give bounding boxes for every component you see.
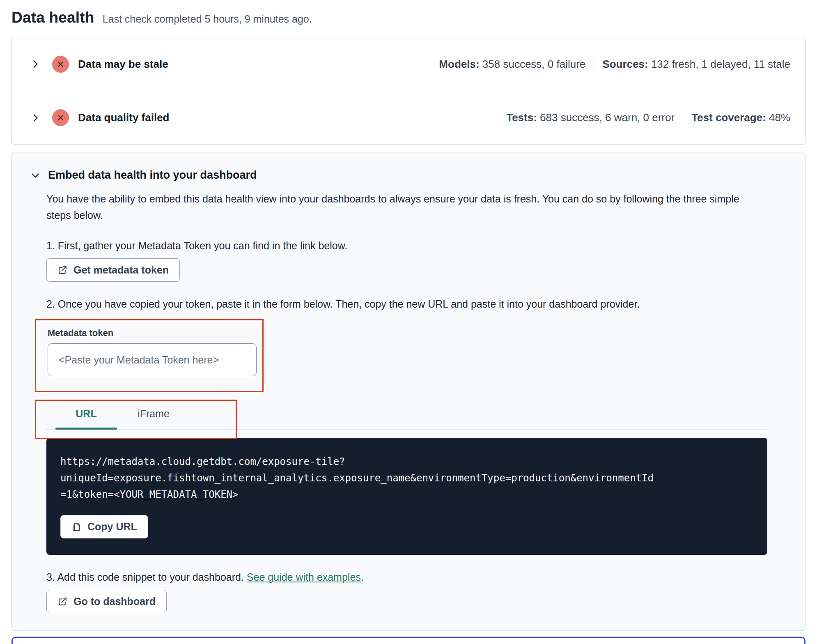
stat-divider bbox=[594, 56, 594, 72]
status-row-quality[interactable]: Data quality failed Tests: 683 success, … bbox=[12, 91, 805, 144]
page-header: Data health Last check completed 5 hours… bbox=[11, 7, 806, 37]
tests-stat: Tests: 683 success, 6 warn, 0 error bbox=[506, 111, 675, 124]
chevron-down-icon[interactable] bbox=[30, 170, 41, 181]
test-coverage-stat-label: Test coverage: bbox=[691, 111, 766, 124]
metadata-token-annotation-box: Metadata token bbox=[35, 319, 264, 392]
embed-section-card: Embed data health into your dashboard Yo… bbox=[11, 152, 806, 631]
external-link-icon bbox=[57, 265, 68, 275]
step-1-text: 1. First, gather your Metadata Token you… bbox=[46, 240, 767, 252]
embed-section-title: Embed data health into your dashboard bbox=[48, 169, 257, 182]
status-row-title: Data may be stale bbox=[78, 58, 168, 71]
tab-iframe-label: iFrame bbox=[138, 408, 170, 419]
tests-stat-label: Tests: bbox=[506, 111, 537, 124]
tests-stat-value: 683 success, 6 warn, 0 error bbox=[540, 111, 675, 124]
status-row-stats: Models: 358 success, 0 failure Sources: … bbox=[439, 56, 790, 72]
embed-section-content: You have the ability to embed this data … bbox=[12, 191, 805, 613]
status-summary-card: Data may be stale Models: 358 success, 0… bbox=[11, 37, 806, 145]
embed-url-code-block: https://metadata.cloud.getdbt.com/exposu… bbox=[46, 438, 767, 555]
models-stat-label: Models: bbox=[439, 58, 479, 70]
models-stat-value: 358 success, 0 failure bbox=[482, 58, 585, 70]
get-metadata-token-label: Get metadata token bbox=[73, 264, 169, 276]
step-3-text: 3. Add this code snippet to your dashboa… bbox=[46, 571, 767, 583]
metadata-token-label: Metadata token bbox=[48, 328, 262, 338]
chevron-right-icon[interactable] bbox=[30, 59, 41, 69]
get-metadata-token-button[interactable]: Get metadata token bbox=[46, 258, 180, 282]
go-to-dashboard-button[interactable]: Go to dashboard bbox=[46, 590, 167, 613]
test-coverage-stat-value: 48% bbox=[769, 111, 790, 124]
external-link-icon bbox=[57, 596, 68, 607]
test-coverage-stat: Test coverage: 48% bbox=[691, 111, 790, 124]
metadata-token-input[interactable] bbox=[48, 343, 257, 376]
models-stat: Models: 358 success, 0 failure bbox=[439, 58, 585, 71]
copy-url-label: Copy URL bbox=[87, 521, 137, 533]
sources-stat-value: 132 fresh, 1 delayed, 11 stale bbox=[651, 58, 790, 70]
tab-url[interactable]: URL bbox=[55, 402, 117, 429]
tab-url-label: URL bbox=[76, 408, 96, 419]
embed-url-line: https://metadata.cloud.getdbt.com/exposu… bbox=[60, 453, 753, 470]
sources-stat: Sources: 132 fresh, 1 delayed, 11 stale bbox=[602, 58, 790, 71]
stat-divider bbox=[683, 110, 683, 126]
next-card-focus-ring[interactable] bbox=[11, 637, 806, 644]
output-tabs: URL iFrame bbox=[46, 402, 767, 430]
go-to-dashboard-label: Go to dashboard bbox=[73, 596, 156, 607]
error-x-circle-icon bbox=[52, 56, 69, 73]
copy-icon bbox=[71, 522, 82, 532]
page-title: Data health bbox=[11, 9, 94, 26]
output-tabs-wrap: URL iFrame bbox=[46, 402, 767, 430]
embed-url-line: =1&token=<YOUR_METADATA_TOKEN> bbox=[60, 486, 753, 503]
status-row-title: Data quality failed bbox=[78, 111, 170, 124]
sources-stat-label: Sources: bbox=[602, 58, 648, 70]
chevron-right-icon[interactable] bbox=[30, 113, 41, 123]
see-guide-link[interactable]: See guide with examples bbox=[247, 571, 361, 583]
error-x-circle-icon bbox=[52, 109, 69, 126]
embed-url-line: uniqueId=exposure.fishtown_internal_anal… bbox=[60, 470, 753, 486]
step-3-prefix: 3. Add this code snippet to your dashboa… bbox=[46, 571, 247, 583]
status-row-stats: Tests: 683 success, 6 warn, 0 error Test… bbox=[506, 110, 790, 126]
step-2-text: 2. Once you have copied your token, past… bbox=[46, 298, 767, 310]
copy-url-button[interactable]: Copy URL bbox=[60, 515, 148, 538]
active-tab-underline bbox=[55, 428, 117, 430]
tab-iframe[interactable]: iFrame bbox=[123, 402, 184, 429]
last-check-status: Last check completed 5 hours, 9 minutes … bbox=[103, 13, 312, 25]
embed-section-header[interactable]: Embed data health into your dashboard bbox=[12, 169, 805, 182]
status-row-stale[interactable]: Data may be stale Models: 358 success, 0… bbox=[12, 37, 805, 91]
embed-description: You have the ability to embed this data … bbox=[46, 191, 744, 223]
step-3-suffix: . bbox=[361, 571, 364, 583]
data-health-page: Data health Last check completed 5 hours… bbox=[0, 0, 817, 644]
